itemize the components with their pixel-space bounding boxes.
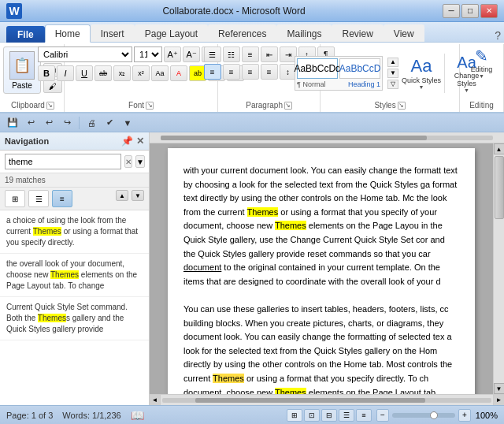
- scroll-down-button[interactable]: ▼: [494, 383, 505, 394]
- save-qa-button[interactable]: 💾: [5, 116, 20, 130]
- strikethrough-button[interactable]: ab: [94, 65, 112, 81]
- document-scroll-area[interactable]: with your current document look. You can…: [150, 143, 493, 394]
- undo2-qa-button[interactable]: ↩: [41, 116, 57, 130]
- bold-button[interactable]: B: [38, 65, 55, 81]
- h-scroll-track[interactable]: [161, 136, 493, 140]
- change-case-button[interactable]: Aa: [151, 65, 169, 81]
- nav-pin-icon[interactable]: 📌: [121, 136, 133, 147]
- view-draft-button[interactable]: ≡: [356, 409, 372, 422]
- undo-qa-button[interactable]: ↩: [23, 116, 39, 130]
- paste-label: Paste: [12, 81, 32, 90]
- tab-page-layout[interactable]: Page Layout: [135, 24, 208, 42]
- tab-mailings[interactable]: Mailings: [276, 24, 332, 42]
- clipboard-expand[interactable]: ↘: [46, 102, 54, 110]
- quick-styles-button[interactable]: Aa Quick Styles ▼: [402, 56, 441, 90]
- h-scroll-thumb-bottom[interactable]: [195, 398, 426, 403]
- font-expand[interactable]: ↘: [146, 102, 154, 110]
- help-icon[interactable]: ?: [495, 29, 501, 42]
- tab-insert[interactable]: Insert: [91, 24, 135, 42]
- redo-qa-button[interactable]: ↪: [59, 116, 75, 130]
- print-qa-button[interactable]: 🖨: [83, 116, 99, 130]
- styles-scroll-down[interactable]: ▼: [387, 69, 398, 78]
- align-right-button[interactable]: ≡: [242, 64, 259, 80]
- nav-down-button[interactable]: ▼: [132, 190, 144, 201]
- h-scroll-thumb[interactable]: [161, 136, 427, 140]
- tab-references[interactable]: References: [208, 24, 276, 42]
- styles-scroll-up[interactable]: ▲: [387, 58, 398, 67]
- navigation-panel: Navigation 📌 ✕ ✕ ▼ 19 matches ⊞ ☰ ≡ ▲ ▼ …: [0, 132, 150, 405]
- nav-search-clear-button[interactable]: ✕: [124, 155, 132, 168]
- align-center-button[interactable]: ≡: [223, 64, 240, 80]
- h-scroll-left-button[interactable]: ◄: [150, 395, 161, 406]
- multilevel-list-button[interactable]: ≡: [242, 46, 259, 62]
- scroll-thumb[interactable]: [495, 156, 504, 219]
- nav-tab-pages[interactable]: ⊞: [5, 190, 25, 207]
- h-scroll-track-bottom[interactable]: [162, 398, 491, 403]
- nav-result-text: the overall look of your document, choos…: [6, 259, 137, 290]
- styles-expand[interactable]: ↘: [398, 102, 406, 110]
- zoom-control: − + 100%: [376, 409, 498, 422]
- highlight-themes-3: Themes: [213, 374, 244, 383]
- document-area: with your current document look. You can…: [150, 132, 504, 405]
- decrease-indent-button[interactable]: ⇤: [261, 46, 278, 62]
- nav-result-item[interactable]: a choice of using the look from the curr…: [0, 210, 149, 254]
- styles-gallery-button[interactable]: ▽: [387, 80, 398, 89]
- editing-group: ✎ Editing ▼ Editing: [460, 44, 504, 112]
- tab-review[interactable]: Review: [332, 24, 383, 42]
- zoom-thumb[interactable]: [430, 411, 438, 419]
- grow-font-button[interactable]: A⁺: [164, 46, 181, 62]
- shrink-font-button[interactable]: A⁻: [183, 46, 200, 62]
- close-button[interactable]: ✕: [480, 4, 498, 18]
- nav-result-item[interactable]: the overall look of your document, choos…: [0, 254, 149, 297]
- zoom-slider[interactable]: [392, 413, 455, 418]
- paragraph-expand[interactable]: ↘: [284, 102, 292, 110]
- align-left-button[interactable]: ≡: [204, 64, 221, 80]
- view-outline-button[interactable]: ☰: [339, 409, 354, 422]
- justify-button[interactable]: ≡: [261, 64, 278, 80]
- view-web-button[interactable]: ⊟: [321, 409, 337, 422]
- nav-tab-results[interactable]: ≡: [52, 190, 72, 207]
- underline-button[interactable]: U: [76, 65, 93, 81]
- editing-button[interactable]: ✎ Editing ▼: [471, 46, 493, 79]
- view-print-button[interactable]: ⊞: [287, 409, 302, 422]
- font-size-select[interactable]: 11: [134, 46, 162, 62]
- superscript-button[interactable]: x²: [132, 65, 150, 81]
- tab-file[interactable]: File: [6, 26, 45, 43]
- nav-title: Navigation: [5, 136, 49, 146]
- heading1-style-button[interactable]: AaBbCcD: [339, 58, 380, 79]
- nav-result-item[interactable]: Current Quick Style Set command. Both th…: [0, 297, 149, 340]
- zoom-out-button[interactable]: −: [376, 409, 389, 422]
- scroll-up-button[interactable]: ▲: [494, 143, 505, 154]
- zoom-in-button[interactable]: +: [458, 409, 471, 422]
- nav-close-button[interactable]: ✕: [136, 136, 144, 147]
- spellcheck-icon[interactable]: 📖: [131, 409, 144, 422]
- view-fullscreen-button[interactable]: ⊡: [304, 409, 320, 422]
- nav-up-button[interactable]: ▲: [116, 190, 128, 201]
- doc-h-scrollbar-bottom[interactable]: ◄ ►: [150, 394, 504, 405]
- minimize-button[interactable]: ─: [443, 4, 460, 18]
- maximize-button[interactable]: □: [461, 4, 479, 18]
- tab-view[interactable]: View: [384, 24, 424, 42]
- spellcheck-qa-button[interactable]: ✔: [102, 116, 117, 130]
- h-scroll-right-button[interactable]: ►: [493, 395, 504, 406]
- title-text: Collaborate.docx - Microsoft Word: [25, 6, 443, 17]
- nav-search-options-button[interactable]: ▼: [135, 155, 145, 168]
- font-name-select[interactable]: Calibri: [38, 46, 132, 62]
- subscript-button[interactable]: x₂: [113, 65, 131, 81]
- nav-tab-headings[interactable]: ☰: [28, 190, 49, 207]
- nav-search-input[interactable]: [5, 154, 121, 169]
- highlight-themes-4: Themes: [275, 388, 306, 395]
- paste-button[interactable]: 📋 Paste: [3, 46, 41, 94]
- zoom-level[interactable]: 100%: [474, 411, 498, 420]
- font-color-button[interactable]: A: [170, 65, 187, 81]
- styles-group: AaBbCcDd AaBbCcD ¶ Normal Heading 1 ▲ ▼ …: [321, 44, 460, 112]
- numbered-list-button[interactable]: ☷: [223, 46, 240, 62]
- italic-button[interactable]: I: [57, 65, 74, 81]
- doc-v-scrollbar[interactable]: ▲ ▼: [493, 143, 504, 394]
- qa-more-button[interactable]: ▼: [120, 116, 135, 130]
- nav-result-text: a choice of using the look from the curr…: [6, 216, 138, 247]
- qa-separator: [79, 117, 80, 129]
- normal-style-button[interactable]: AaBbCcDd: [297, 58, 338, 79]
- bullet-list-button[interactable]: ☰: [204, 46, 221, 62]
- tab-home[interactable]: Home: [45, 24, 91, 43]
